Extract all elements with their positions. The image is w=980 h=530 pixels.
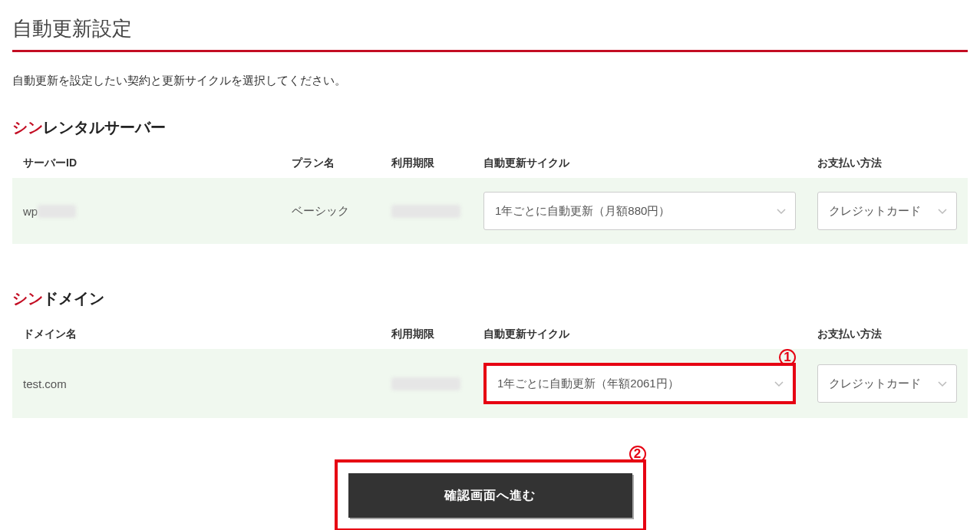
server-header-expire: 利用期限: [381, 149, 473, 178]
chevron-down-icon: [938, 379, 947, 388]
domain-cycle-selected: 1年ごとに自動更新（年額2061円）: [497, 377, 679, 391]
highlight-button: 2 確認画面へ進む: [335, 459, 646, 530]
server-cycle-cell: 1年ごとに自動更新（月額880円）: [473, 178, 807, 244]
domain-header-payment: お支払い方法: [807, 320, 968, 349]
chevron-down-icon: [774, 379, 784, 388]
server-table: サーバーID プラン名 利用期限 自動更新サイクル お支払い方法 wpXXXXX…: [12, 149, 968, 244]
server-table-header-row: サーバーID プラン名 利用期限 自動更新サイクル お支払い方法: [12, 149, 968, 178]
server-header-plan: プラン名: [281, 149, 381, 178]
domain-expire-cell: XXXXXXXXX: [381, 349, 473, 418]
section-heading-rest: レンタルサーバー: [43, 119, 166, 136]
server-id-masked: XXXXX: [38, 205, 76, 218]
domain-payment-selected: クレジットカード: [829, 377, 921, 391]
domain-header-expire: 利用期限: [381, 320, 473, 349]
server-cycle-select[interactable]: 1年ごとに自動更新（月額880円）: [483, 192, 796, 230]
chevron-down-icon: [938, 206, 947, 216]
server-header-id: サーバーID: [12, 149, 281, 178]
chevron-down-icon: [777, 206, 786, 216]
domain-header-cycle: 自動更新サイクル: [473, 320, 807, 349]
button-area: 2 確認画面へ進む: [12, 459, 968, 530]
domain-table-header-row: ドメイン名 利用期限 自動更新サイクル お支払い方法: [12, 320, 968, 349]
page-description: 自動更新を設定したい契約と更新サイクルを選択してください。: [12, 74, 968, 88]
domain-table-row: test.com XXXXXXXXX 1 1年ごとに自動更新（年額2061円） …: [12, 349, 968, 418]
server-expire-cell: XXXXXXXXX: [381, 178, 473, 244]
brand-prefix: シン: [12, 119, 43, 136]
server-id-cell: wpXXXXX: [12, 178, 281, 244]
brand-prefix: シン: [12, 290, 43, 307]
section-heading-rest: ドメイン: [43, 290, 104, 307]
domain-name-cell: test.com: [12, 349, 381, 418]
domain-payment-cell: クレジットカード: [807, 349, 968, 418]
highlight-cycle: 1 1年ごとに自動更新（年額2061円）: [483, 363, 796, 404]
server-payment-selected: クレジットカード: [829, 204, 921, 219]
server-cycle-selected: 1年ごとに自動更新（月額880円）: [495, 204, 670, 219]
confirm-button[interactable]: 確認画面へ進む: [348, 473, 632, 518]
server-payment-select[interactable]: クレジットカード: [817, 192, 957, 230]
server-payment-cell: クレジットカード: [807, 178, 968, 244]
domain-payment-select[interactable]: クレジットカード: [817, 364, 957, 403]
domain-header-name: ドメイン名: [12, 320, 381, 349]
server-header-payment: お支払い方法: [807, 149, 968, 178]
domain-cycle-select[interactable]: 1年ごとに自動更新（年額2061円）: [487, 366, 793, 401]
domain-cycle-cell: 1 1年ごとに自動更新（年額2061円）: [473, 349, 807, 418]
server-id-prefix: wp: [23, 205, 38, 218]
server-header-cycle: 自動更新サイクル: [473, 149, 807, 178]
callout-2: 2: [629, 446, 646, 463]
page-title: 自動更新設定: [12, 15, 968, 52]
server-plan-cell: ベーシック: [281, 178, 381, 244]
domain-section-heading: シンドメイン: [12, 288, 968, 309]
server-section-heading: シンレンタルサーバー: [12, 117, 968, 138]
callout-1: 1: [779, 349, 796, 366]
domain-table: ドメイン名 利用期限 自動更新サイクル お支払い方法 test.com XXXX…: [12, 320, 968, 418]
server-expire-masked: XXXXXXXXX: [391, 205, 460, 218]
domain-expire-masked: XXXXXXXXX: [391, 377, 460, 390]
server-table-row: wpXXXXX ベーシック XXXXXXXXX 1年ごとに自動更新（月額880円…: [12, 178, 968, 244]
